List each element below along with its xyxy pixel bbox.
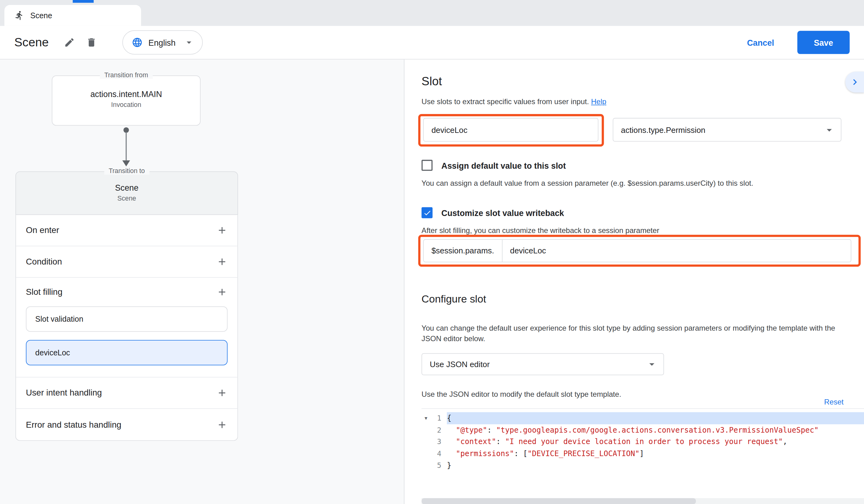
assign-default-row: Assign default value to this slot <box>421 160 566 171</box>
line-number: 2 <box>430 424 447 436</box>
slot-filling-header: Slot filling <box>16 278 238 307</box>
connector-line <box>126 132 127 160</box>
arrow-down-icon <box>122 160 130 167</box>
cancel-button[interactable]: Cancel <box>744 37 778 48</box>
scene-tab-label: Scene <box>30 11 52 20</box>
json-editor-lines: ▾1{2 "@type": "type.googleapis.com/googl… <box>421 412 864 471</box>
scene-tab[interactable]: Scene <box>4 5 141 26</box>
header: Scene English Cancel Save <box>0 26 864 60</box>
scene-section-list: On enter Condition Slot filling <box>15 215 238 441</box>
code-text: } <box>447 459 864 471</box>
plus-icon <box>217 256 228 267</box>
plus-icon <box>217 286 228 298</box>
deviceloc-slot-label: deviceLoc <box>35 348 70 357</box>
fold-gutter <box>421 424 430 436</box>
fold-arrow-icon[interactable]: ▾ <box>421 412 430 424</box>
slot-type-value: actions.type.Permission <box>621 125 706 134</box>
slot-name-input[interactable] <box>423 118 598 142</box>
json-editor[interactable]: ▾1{2 "@type": "type.googleapis.com/googl… <box>421 408 864 504</box>
slot-validation-item[interactable]: Slot validation <box>26 306 228 332</box>
assign-default-helper: You can assign a default value from a se… <box>421 178 753 189</box>
language-label: English <box>148 38 176 47</box>
editor-scrollbar-thumb[interactable] <box>421 498 696 504</box>
editor-horizontal-scrollbar[interactable] <box>421 498 864 504</box>
section-slot-filling: Slot filling Slot validation deviceLoc <box>16 278 238 377</box>
section-condition: Condition <box>16 246 238 278</box>
code-line: 3 "context": "I need your device locatio… <box>421 436 864 447</box>
section-user-intent: User intent handling <box>16 377 238 409</box>
chevron-down-icon <box>823 124 835 136</box>
line-number: 1 <box>430 412 447 424</box>
transition-from-node[interactable]: Transition from actions.intent.MAIN Invo… <box>52 75 201 125</box>
delete-scene-button[interactable] <box>83 34 100 51</box>
save-button[interactable]: Save <box>797 31 850 54</box>
scene-card: Transition to Scene Scene On enter Condi… <box>15 171 238 441</box>
section-error-handling: Error and status handling <box>16 409 238 440</box>
help-link[interactable]: Help <box>591 98 607 106</box>
on-enter-label: On enter <box>26 225 59 235</box>
writeback-label: Customize slot value writeback <box>441 208 564 217</box>
chevron-down-icon <box>646 358 658 370</box>
add-condition-button[interactable] <box>217 256 228 267</box>
writeback-input-group: $session.params. <box>423 239 851 262</box>
slot-type-select[interactable]: actions.type.Permission <box>613 118 841 142</box>
code-text: "context": "I need your device location … <box>447 436 864 447</box>
walk-person-icon <box>14 11 24 20</box>
editor-mode-value: Use JSON editor <box>430 360 490 369</box>
main-area: Transition from actions.intent.MAIN Invo… <box>0 60 864 504</box>
code-text: "@type": "type.googleapis.com/google.act… <box>447 424 864 436</box>
code-line: 5} <box>421 459 864 471</box>
slot-detail-panel: Slot Use slots to extract specific value… <box>405 60 864 504</box>
panel-collapse-button[interactable] <box>845 72 864 93</box>
trash-icon <box>86 37 97 48</box>
code-line: 4 "permissions": ["DEVICE_PRECISE_LOCATI… <box>421 448 864 459</box>
transition-to-title: Scene <box>16 183 238 192</box>
deviceloc-slot-item[interactable]: deviceLoc <box>26 340 228 365</box>
edit-scene-button[interactable] <box>61 34 79 51</box>
add-error-handling-button[interactable] <box>217 419 228 430</box>
tab-bar: Scene <box>0 0 864 26</box>
line-number: 4 <box>430 448 447 459</box>
writeback-prefix: $session.params. <box>424 240 502 262</box>
writeback-checkbox[interactable] <box>421 207 433 218</box>
slot-description: Use slots to extract specific values fro… <box>421 96 606 107</box>
line-number: 3 <box>430 436 447 447</box>
chevron-right-icon <box>849 76 861 88</box>
top-accent-bar <box>73 0 94 3</box>
slot-filling-label: Slot filling <box>26 287 62 297</box>
condition-label: Condition <box>26 257 62 267</box>
flow-panel: Transition from actions.intent.MAIN Invo… <box>0 60 405 504</box>
slot-validation-label: Slot validation <box>35 315 83 324</box>
writeback-row: Customize slot value writeback <box>421 207 564 218</box>
transition-to-node[interactable]: Transition to Scene Scene <box>15 171 238 215</box>
code-text: "permissions": ["DEVICE_PRECISE_LOCATION… <box>447 448 864 459</box>
pencil-icon <box>64 37 75 48</box>
slot-heading: Slot <box>421 75 442 89</box>
configure-slot-heading: Configure slot <box>421 293 486 305</box>
reset-link[interactable]: Reset <box>821 397 847 407</box>
chevron-down-icon <box>183 37 194 48</box>
language-selector[interactable]: English <box>123 30 203 55</box>
assign-default-checkbox[interactable] <box>421 160 433 171</box>
writeback-helper: After slot filling, you can customize th… <box>421 225 659 236</box>
fold-gutter <box>421 459 430 471</box>
page-title: Scene <box>14 35 49 49</box>
plus-icon <box>217 419 228 430</box>
editor-mode-select[interactable]: Use JSON editor <box>421 353 664 375</box>
code-text: { <box>447 412 864 424</box>
globe-icon <box>132 37 143 48</box>
user-intent-label: User intent handling <box>26 388 102 398</box>
transition-from-title: actions.intent.MAIN <box>52 89 200 99</box>
slot-description-text: Use slots to extract specific values fro… <box>421 98 589 106</box>
section-on-enter: On enter <box>16 215 238 246</box>
transition-from-subtitle: Invocation <box>52 101 200 108</box>
fold-gutter <box>421 448 430 459</box>
plus-icon <box>217 225 228 236</box>
writeback-value-input[interactable] <box>502 240 851 262</box>
fold-gutter <box>421 436 430 447</box>
assign-default-label: Assign default value to this slot <box>441 161 566 170</box>
add-slot-button[interactable] <box>217 286 228 298</box>
add-on-enter-button[interactable] <box>217 225 228 236</box>
transition-from-legend: Transition from <box>100 71 152 79</box>
add-user-intent-button[interactable] <box>217 387 228 399</box>
